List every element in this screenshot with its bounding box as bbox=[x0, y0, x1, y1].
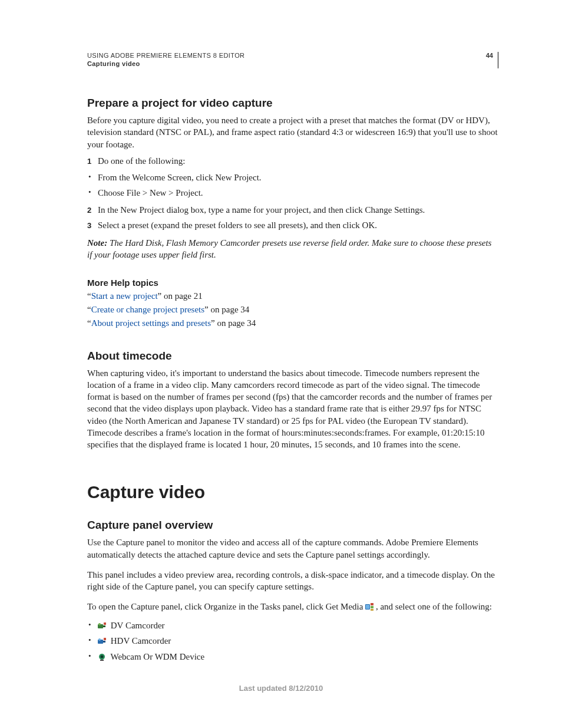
header-rule bbox=[498, 52, 498, 68]
section-heading-prepare: Prepare a project for video capture bbox=[87, 97, 498, 110]
svg-rect-1 bbox=[366, 605, 369, 609]
svg-rect-6 bbox=[103, 625, 105, 627]
svg-point-11 bbox=[98, 638, 101, 641]
svg-rect-4 bbox=[371, 609, 373, 611]
link-about-project-settings[interactable]: About project settings and presets bbox=[91, 318, 211, 328]
bullet-item: From the Welcome Screen, click New Proje… bbox=[87, 172, 498, 183]
running-header: USING ADOBE PREMIERE ELEMENTS 8 EDITOR C… bbox=[87, 52, 498, 68]
numbered-steps: 1Do one of the following: bbox=[87, 155, 498, 167]
step-text: In the New Project dialog box, type a na… bbox=[98, 205, 425, 215]
paragraph: When capturing video, it's important to … bbox=[87, 367, 498, 451]
numbered-steps: 2In the New Project dialog box, type a n… bbox=[87, 204, 498, 232]
help-topic: “About project settings and presets” on … bbox=[87, 318, 498, 328]
page-number: 44 bbox=[480, 52, 493, 59]
step-text: Select a preset (expand the preset folde… bbox=[98, 220, 377, 230]
svg-rect-2 bbox=[371, 603, 373, 605]
paragraph: Before you capture digital video, you ne… bbox=[87, 114, 498, 150]
device-label: DV Camcorder bbox=[108, 621, 165, 630]
svg-rect-10 bbox=[103, 641, 105, 643]
more-help-heading: More Help topics bbox=[87, 278, 498, 288]
get-media-icon bbox=[365, 603, 373, 611]
hdv-camcorder-icon bbox=[98, 638, 106, 645]
chapter-name: Capturing video bbox=[87, 60, 480, 67]
bullet-item: Choose File > New > Project. bbox=[87, 187, 498, 199]
help-topic: “Create or change project presets” on pa… bbox=[87, 305, 498, 315]
device-label: Webcam Or WDM Device bbox=[108, 652, 204, 661]
dv-camcorder-icon bbox=[98, 622, 106, 630]
svg-point-7 bbox=[98, 623, 101, 625]
svg-rect-15 bbox=[100, 660, 104, 661]
footer-last-updated: Last updated 8/12/2010 bbox=[0, 684, 562, 693]
paragraph: Use the Capture panel to monitor the vid… bbox=[87, 536, 498, 561]
section-heading-timecode: About timecode bbox=[87, 350, 498, 363]
device-label: HDV Camcorder bbox=[108, 636, 171, 645]
svg-point-14 bbox=[101, 655, 104, 658]
note-text: The Hard Disk, Flash Memory Camcorder pr… bbox=[87, 238, 491, 259]
link-start-new-project[interactable]: Start a new project bbox=[91, 291, 158, 301]
svg-rect-8 bbox=[104, 622, 106, 625]
help-topic: “Start a new project” on page 21 bbox=[87, 291, 498, 301]
svg-rect-3 bbox=[371, 606, 373, 608]
note-paragraph: Note: The Hard Disk, Flash Memory Camcor… bbox=[87, 237, 498, 261]
device-list: DV Camcorder HDV Camcorder Webcam Or WDM… bbox=[87, 619, 498, 664]
webcam-icon bbox=[98, 654, 106, 661]
chapter-heading-capture-video: Capture video bbox=[87, 482, 498, 502]
doc-title: USING ADOBE PREMIERE ELEMENTS 8 EDITOR bbox=[87, 52, 480, 59]
list-item: Webcam Or WDM Device bbox=[87, 650, 498, 664]
link-create-change-presets[interactable]: Create or change project presets bbox=[91, 305, 204, 314]
step-3: 3Select a preset (expand the preset fold… bbox=[87, 219, 498, 231]
sub-bullets: From the Welcome Screen, click New Proje… bbox=[87, 172, 498, 199]
step-1: 1Do one of the following: bbox=[87, 155, 498, 167]
svg-rect-12 bbox=[104, 638, 106, 640]
paragraph: This panel includes a video preview area… bbox=[87, 569, 498, 593]
paragraph: To open the Capture panel, click Organiz… bbox=[87, 601, 498, 612]
step-2: 2In the New Project dialog box, type a n… bbox=[87, 204, 498, 216]
list-item: HDV Camcorder bbox=[87, 634, 498, 648]
step-text: Do one of the following: bbox=[98, 156, 185, 166]
list-item: DV Camcorder bbox=[87, 619, 498, 633]
section-heading-capture-panel: Capture panel overview bbox=[87, 519, 498, 532]
note-label: Note: bbox=[87, 238, 107, 248]
